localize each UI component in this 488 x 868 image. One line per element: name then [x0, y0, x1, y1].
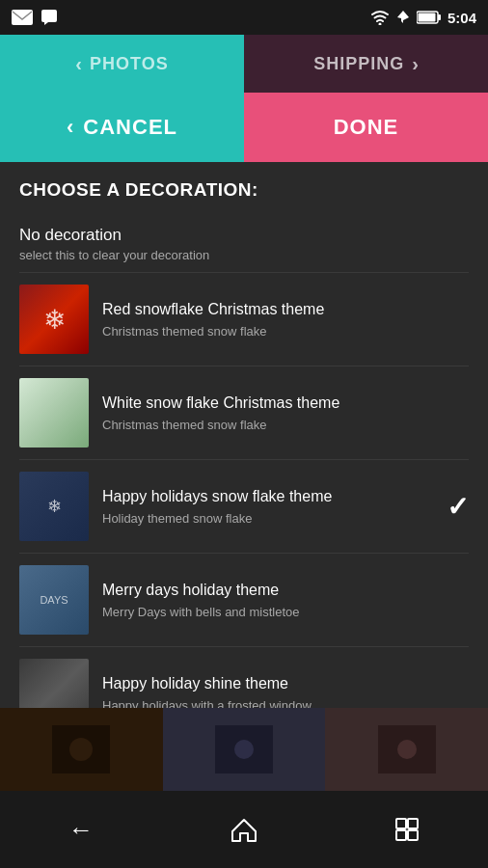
svg-point-12 [397, 740, 417, 759]
snowflake-decoration: ❄ [43, 304, 66, 336]
wifi-icon [370, 10, 390, 25]
status-icons-right: 5:04 [370, 10, 476, 26]
photo-1 [0, 708, 163, 791]
svg-rect-16 [408, 830, 418, 840]
photo-2 [163, 708, 326, 791]
tab-photos[interactable]: ‹ PHOTOS [0, 35, 244, 93]
red-snowflake-thumb: ❄ [19, 285, 89, 354]
svg-point-10 [234, 740, 254, 759]
status-icons-left [12, 9, 58, 26]
cancel-button[interactable]: ‹ CANCEL [0, 93, 244, 162]
white-snowflake-title: White snow flake Christmas theme [102, 393, 469, 414]
chat-icon [41, 9, 58, 26]
svg-rect-5 [438, 14, 441, 20]
white-snowflake-thumb [19, 378, 89, 448]
svg-rect-15 [396, 830, 406, 840]
cancel-back-arrow: ‹ [67, 115, 73, 140]
merry-days-thumb: DAYS [19, 565, 89, 635]
decoration-item-red-snowflake[interactable]: ❄ Red snowflake Christmas theme Christma… [19, 273, 469, 366]
no-decoration-title: No decoration [19, 226, 469, 245]
gmail-icon [12, 10, 33, 25]
nav-tabs: ‹ PHOTOS SHIPPING › [0, 35, 488, 93]
time-display: 5:04 [447, 10, 476, 26]
svg-rect-14 [408, 819, 418, 828]
done-button[interactable]: DONE [244, 93, 488, 162]
cancel-label: CANCEL [83, 115, 177, 140]
photos-back-arrow: ‹ [75, 53, 82, 75]
svg-point-3 [378, 23, 381, 26]
decoration-list: No decoration select this to clear your … [19, 216, 469, 791]
white-snowflake-text: White snow flake Christmas theme Christm… [102, 393, 469, 432]
no-decoration-desc: select this to clear your decoration [19, 248, 469, 262]
shipping-tab-label: SHIPPING [313, 54, 404, 74]
bottom-nav: ← [0, 791, 488, 868]
back-nav-button[interactable]: ← [68, 815, 94, 845]
happy-holidays-text: Happy holidays snow flake theme Holiday … [102, 487, 437, 526]
happy-shine-title: Happy holiday shine theme [102, 674, 469, 694]
red-snowflake-title: Red snowflake Christmas theme [102, 300, 469, 320]
action-bar: ‹ CANCEL DONE [0, 93, 488, 162]
svg-point-8 [69, 738, 93, 761]
selected-checkmark: ✓ [447, 491, 469, 523]
merry-days-text: Merry days holiday theme Merry Days with… [102, 581, 469, 619]
photos-tab-label: PHOTOS [90, 54, 169, 74]
happy-holidays-thumb: ❄ [19, 472, 89, 541]
white-snowflake-desc: Christmas themed snow flake [102, 418, 469, 432]
decoration-item-merry-days[interactable]: DAYS Merry days holiday theme Merry Days… [19, 554, 469, 647]
happy-holidays-desc: Holiday themed snow flake [102, 511, 437, 526]
tab-shipping[interactable]: SHIPPING › [244, 35, 488, 93]
plane-icon [395, 10, 411, 25]
merry-days-title: Merry days holiday theme [102, 581, 469, 601]
svg-rect-0 [12, 10, 33, 25]
battery-icon [417, 11, 442, 24]
svg-marker-2 [44, 22, 48, 25]
photo-3 [325, 708, 488, 791]
happy-holidays-snowflake: ❄ [47, 496, 62, 517]
merry-days-desc: Merry Days with bells and mistletoe [102, 605, 469, 619]
home-icon [230, 816, 258, 843]
decoration-item-no-decoration[interactable]: No decoration select this to clear your … [19, 216, 469, 273]
red-snowflake-desc: Christmas themed snow flake [102, 324, 469, 339]
status-bar: 5:04 [0, 0, 488, 35]
svg-rect-1 [41, 10, 57, 22]
svg-rect-13 [396, 819, 406, 828]
red-snowflake-text: Red snowflake Christmas theme Christmas … [102, 300, 469, 339]
no-decoration-text: No decoration select this to clear your … [19, 226, 469, 262]
photo-strip [0, 708, 488, 791]
main-content: CHOOSE A DECORATION: No decoration selec… [0, 162, 488, 791]
recent-apps-button[interactable] [394, 817, 420, 842]
decoration-item-happy-holidays[interactable]: ❄ Happy holidays snow flake theme Holida… [19, 460, 469, 554]
section-title: CHOOSE A DECORATION: [19, 179, 469, 201]
happy-shine-text: Happy holiday shine theme Happy holidays… [102, 674, 469, 713]
svg-rect-6 [418, 14, 435, 22]
done-label: DONE [334, 115, 399, 140]
merry-days-label: DAYS [40, 594, 68, 606]
home-nav-button[interactable] [230, 816, 258, 843]
shipping-forward-arrow: › [412, 53, 419, 75]
happy-holidays-title: Happy holidays snow flake theme [102, 487, 437, 507]
decoration-item-white-snowflake[interactable]: White snow flake Christmas theme Christm… [19, 366, 469, 460]
recent-apps-icon [394, 817, 420, 842]
